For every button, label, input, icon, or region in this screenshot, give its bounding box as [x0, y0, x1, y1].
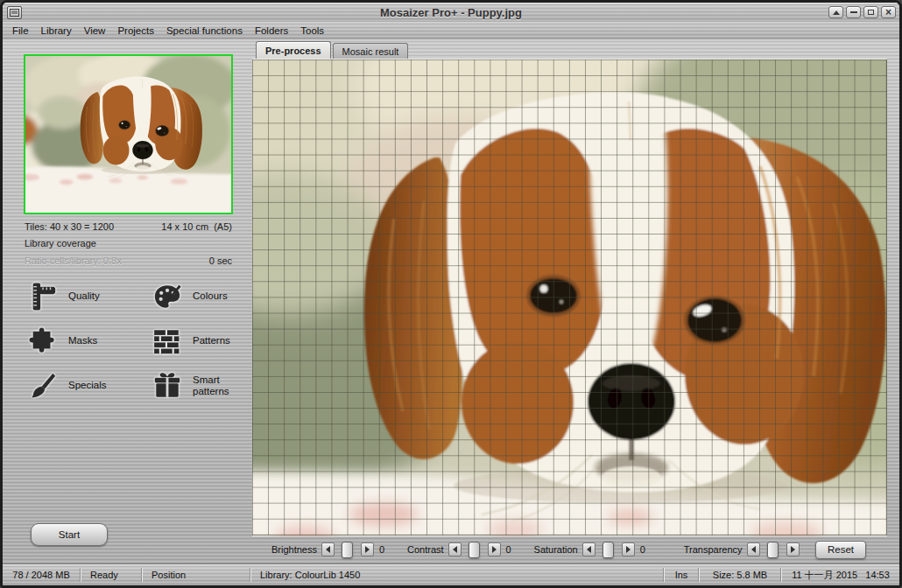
- menu-library[interactable]: Library: [35, 25, 78, 36]
- title-bar: Mosaizer Pro+ - Puppy.jpg ×: [3, 3, 899, 22]
- datetime-status: 11 十一月 2015 14:53: [782, 569, 899, 582]
- menu-special-functions[interactable]: Special functions: [160, 25, 249, 36]
- saturation-decrease-button[interactable]: [582, 542, 595, 556]
- saturation-value: 0: [640, 544, 649, 555]
- ready-status: Ready: [81, 570, 141, 580]
- specials-label[interactable]: Specials: [68, 380, 142, 391]
- saturation-label: Saturation: [534, 544, 578, 555]
- right-arrow-icon: [492, 546, 497, 553]
- tool-buttons-grid: Quality Colours Masks: [26, 280, 250, 402]
- brightness-decrease-button[interactable]: [321, 542, 335, 556]
- left-arrow-icon: [587, 546, 591, 553]
- saturation-slider[interactable]: [595, 541, 622, 558]
- transparency-decrease-button[interactable]: [747, 542, 760, 556]
- patterns-label[interactable]: Patterns: [193, 335, 247, 346]
- masks-button[interactable]: [26, 325, 60, 358]
- left-arrow-icon: [453, 546, 457, 553]
- tab-mosaic-result[interactable]: Mosaic result: [333, 43, 409, 59]
- ruler-icon: [28, 282, 58, 312]
- puzzle-icon: [28, 326, 58, 356]
- window-controls: ×: [828, 6, 896, 18]
- right-arrow-icon: [365, 546, 370, 553]
- tab-pre-process[interactable]: Pre-process: [256, 41, 331, 59]
- contrast-slider[interactable]: [462, 541, 488, 558]
- tile-grid-overlay: [252, 60, 887, 536]
- brightness-slider[interactable]: [335, 541, 361, 558]
- colours-label[interactable]: Colours: [193, 290, 247, 302]
- menu-view[interactable]: View: [78, 25, 112, 36]
- menu-tools[interactable]: Tools: [294, 25, 330, 36]
- library-status: Library: ColourLib 1450: [251, 570, 663, 580]
- left-arrow-icon: [326, 546, 330, 553]
- time-info: 0 sec: [209, 256, 232, 266]
- source-thumbnail: [24, 54, 233, 214]
- tiles-info: Tiles: 40 x 30 = 1200: [25, 221, 114, 232]
- content-area: Tiles: 40 x 30 = 1200 14 x 10 cm (A5) Li…: [3, 39, 899, 564]
- ins-status: Ins: [665, 570, 698, 580]
- tab-strip: Pre-process Mosaic result: [252, 39, 899, 59]
- rollup-button[interactable]: [828, 6, 843, 18]
- preview-canvas[interactable]: [252, 59, 887, 536]
- contrast-value: 0: [506, 544, 515, 555]
- left-arrow-icon: [751, 546, 756, 553]
- left-panel: Tiles: 40 x 30 = 1200 14 x 10 cm (A5) Li…: [3, 39, 250, 564]
- brightness-increase-button[interactable]: [361, 542, 374, 556]
- saturation-thumb[interactable]: [603, 542, 614, 558]
- print-size-info: 14 x 10 cm (A5): [161, 221, 232, 232]
- right-arrow-icon: [791, 546, 795, 553]
- contrast-decrease-button[interactable]: [448, 542, 462, 556]
- saturation-increase-button[interactable]: [622, 542, 635, 556]
- smart-patterns-label[interactable]: Smart patterns: [193, 374, 247, 397]
- minimize-icon: [850, 11, 857, 13]
- paintbrush-icon: [28, 371, 58, 401]
- transparency-increase-button[interactable]: [786, 542, 800, 556]
- reset-button[interactable]: Reset: [815, 541, 866, 559]
- window-title: Mosaizer Pro+ - Puppy.jpg: [3, 6, 899, 19]
- close-button[interactable]: ×: [881, 6, 896, 18]
- contrast-increase-button[interactable]: [488, 542, 501, 556]
- adjustment-bar: Brightness 0 Contrast 0 Saturation 0 Tra…: [252, 536, 899, 564]
- contrast-label: Contrast: [407, 544, 444, 555]
- ratio-info: Ratio cells/library: 0.8x: [25, 256, 122, 266]
- quality-label[interactable]: Quality: [68, 290, 142, 302]
- status-bar: 78 / 2048 MB Ready Position Library: Col…: [3, 564, 899, 585]
- menu-folders[interactable]: Folders: [249, 25, 294, 36]
- transparency-thumb[interactable]: [767, 542, 779, 558]
- minimize-button[interactable]: [846, 6, 861, 18]
- brightness-value: 0: [379, 544, 388, 555]
- bricks-icon: [152, 326, 182, 356]
- memory-status: 78 / 2048 MB: [3, 570, 80, 580]
- brightness-thumb[interactable]: [342, 542, 353, 558]
- smart-patterns-button[interactable]: [151, 369, 184, 402]
- colours-button[interactable]: [151, 280, 184, 313]
- gift-icon: [152, 371, 182, 401]
- transparency-slider[interactable]: [760, 541, 786, 558]
- start-button[interactable]: Start: [31, 523, 108, 546]
- patterns-button[interactable]: [151, 325, 184, 358]
- rollup-icon: [833, 10, 840, 15]
- menu-file[interactable]: File: [6, 25, 35, 36]
- app-window: Mosaizer Pro+ - Puppy.jpg × File Library…: [0, 0, 902, 588]
- specials-button[interactable]: [26, 369, 60, 402]
- masks-label[interactable]: Masks: [68, 335, 142, 346]
- maximize-button[interactable]: [863, 6, 878, 18]
- main-panel: Pre-process Mosaic result Brightness 0 C…: [250, 39, 899, 564]
- menu-bar: File Library View Projects Special funct…: [3, 22, 899, 39]
- maximize-icon: [868, 10, 874, 15]
- right-arrow-icon: [626, 546, 631, 553]
- app-icon[interactable]: [7, 6, 22, 19]
- brightness-label: Brightness: [271, 544, 317, 555]
- quality-button[interactable]: [26, 280, 60, 313]
- library-coverage-label: Library coverage: [25, 238, 232, 248]
- contrast-thumb[interactable]: [469, 542, 480, 558]
- file-size-status: Size: 5.8 MB: [700, 570, 780, 580]
- palette-icon: [152, 282, 182, 312]
- position-status: Position: [143, 570, 250, 580]
- close-icon: ×: [885, 8, 891, 17]
- menu-projects[interactable]: Projects: [111, 25, 160, 36]
- transparency-label: Transparency: [684, 544, 743, 555]
